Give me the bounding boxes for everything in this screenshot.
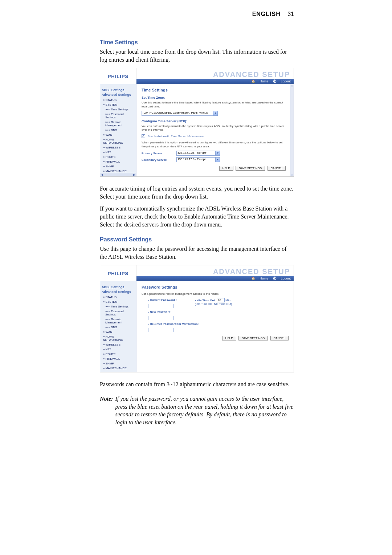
nav-remote-mgmt[interactable]: »»» Remote Management xyxy=(102,317,135,325)
nav-nat[interactable]: » NAT xyxy=(102,347,135,352)
save-settings-button[interactable]: SAVE SETTINGS xyxy=(236,166,265,171)
nav-maintenance[interactable]: » MAINTENANCE xyxy=(102,366,135,371)
scroll-left-icon[interactable]: ◀ xyxy=(101,173,103,176)
time-intro-text: Select your local time zone from the dro… xyxy=(100,48,294,64)
new-password-input[interactable] xyxy=(148,316,173,320)
nav-wireless[interactable]: » WIRELESS xyxy=(102,342,135,347)
primary-server-label: Primary Server: xyxy=(142,152,174,155)
vertical-scrollbar[interactable] xyxy=(290,84,294,176)
sidebar-nav: ADSL Settings Advanced Settings » STATUS… xyxy=(100,84,136,176)
nav-dns[interactable]: »»» DNS xyxy=(102,325,135,330)
current-password-input[interactable] xyxy=(148,304,173,308)
idle-hint: (Idle Time =0 : NO Time Out) xyxy=(195,302,232,306)
set-timezone-desc: Use this setting to insure the time-base… xyxy=(142,101,286,109)
ntp-servers-desc: When you enable this option you will nee… xyxy=(142,141,286,148)
note-label: Note: xyxy=(100,395,113,426)
cancel-button[interactable]: CANCEL xyxy=(270,336,289,340)
philips-logo: PHILIPS xyxy=(100,265,136,281)
enable-ntp-row: Enable Automatic Time Server Maintenance xyxy=(142,134,286,138)
home-link[interactable]: 🏠 Home xyxy=(251,79,269,83)
nav-password-settings[interactable]: »»» Password Settings xyxy=(102,309,135,317)
nav-snmp[interactable]: » SNMP xyxy=(102,164,135,169)
advanced-setup-banner: ADVANCED SETUP xyxy=(136,68,294,79)
ntp-config-label: Configure Time Server (NTP): xyxy=(142,119,286,123)
set-timezone-label: Set Time Zone: xyxy=(142,96,286,99)
section-heading-time: Time Settings xyxy=(100,39,294,46)
nav-wan[interactable]: » WAN xyxy=(102,330,135,334)
help-button[interactable]: HELP xyxy=(222,336,236,340)
nav-time-settings[interactable]: »»» Time Settings xyxy=(102,304,135,309)
philips-logo: PHILIPS xyxy=(100,68,136,84)
password-para-2: Passwords can contain from 3~12 alphanum… xyxy=(100,380,294,388)
reenter-password-input[interactable] xyxy=(148,328,173,332)
password-desc: Set a password to restrict management ac… xyxy=(142,292,289,296)
nav-status[interactable]: » STATUS xyxy=(102,295,135,299)
note-body: If you lost the password, or you cannot … xyxy=(115,395,294,426)
nav-password-settings[interactable]: »»» Password Settings xyxy=(102,112,135,120)
nav-home-networking[interactable]: » HOME NETWORKING xyxy=(102,334,135,342)
sidebar-nav: ADSL Settings Advanced Settings » STATUS… xyxy=(100,281,136,372)
idle-timeout-input[interactable] xyxy=(217,298,225,302)
enable-ntp-label: Enable Automatic Time Server Maintenance xyxy=(148,135,204,138)
screenshot-password-settings: PHILIPS ADVANCED SETUP 🏠 Home ⏻ Logout A… xyxy=(100,265,294,372)
page-header: ENGLISH 31 xyxy=(100,11,294,17)
nav-cat-advanced[interactable]: Advanced Settings xyxy=(102,290,135,294)
note-block: Note: If you lost the password, or you c… xyxy=(100,395,294,426)
chevron-down-icon[interactable]: ▾ xyxy=(213,111,217,115)
new-password-label: New Password: xyxy=(148,310,171,314)
nav-horizontal-scrollbar[interactable]: ◀ ▶ xyxy=(100,173,136,176)
time-para-3: If you want to automatically synchronize… xyxy=(100,205,294,228)
help-button[interactable]: HELP xyxy=(219,166,233,171)
section-heading-password: Password Settings xyxy=(100,236,294,243)
nav-cat-adsl[interactable]: ADSL Settings xyxy=(102,285,135,289)
save-settings-button[interactable]: SAVE SETTINGS xyxy=(238,336,268,340)
scroll-right-icon[interactable]: ▶ xyxy=(133,173,135,176)
page-number: 31 xyxy=(287,11,294,17)
nav-remote-mgmt[interactable]: »»» Remote Management xyxy=(102,120,135,128)
ntp-config-desc: You can automatically maintain the syste… xyxy=(142,125,286,132)
nav-cat-adsl[interactable]: ADSL Settings xyxy=(102,88,135,92)
secondary-server-select[interactable]: 130.149.17.8 - Europe▾ xyxy=(176,157,220,162)
chevron-down-icon[interactable]: ▾ xyxy=(215,158,220,162)
nav-system[interactable]: » SYSTEM xyxy=(102,102,135,107)
top-bar: 🏠 Home ⏻ Logout xyxy=(136,79,294,84)
enable-ntp-checkbox[interactable] xyxy=(142,134,145,138)
timezone-select[interactable]: (GMT+01:00)Brussels, Copenhagen, Paris, … xyxy=(142,111,218,116)
panel-heading-password: Password Settings xyxy=(142,285,289,289)
password-intro-text: Use this page to change the password for… xyxy=(100,245,294,261)
nav-time-settings[interactable]: »»» Time Settings xyxy=(102,107,135,112)
nav-firewall[interactable]: » FIREWALL xyxy=(102,356,135,361)
logout-link[interactable]: ⏻ Logout xyxy=(273,79,291,83)
nav-firewall[interactable]: » FIREWALL xyxy=(102,159,135,164)
nav-home-networking[interactable]: » HOME NETWORKING xyxy=(102,137,135,145)
nav-dns[interactable]: »»» DNS xyxy=(102,128,135,132)
cancel-button[interactable]: CANCEL xyxy=(268,166,286,171)
secondary-server-label: Secondary Server: xyxy=(142,158,174,162)
advanced-setup-banner: ADVANCED SETUP xyxy=(136,265,294,276)
logout-link[interactable]: ⏻ Logout xyxy=(273,277,291,280)
nav-route[interactable]: » ROUTE xyxy=(102,352,135,356)
screenshot-time-settings: PHILIPS ADVANCED SETUP 🏠 Home ⏻ Logout A… xyxy=(100,68,294,177)
nav-wireless[interactable]: » WIRELESS xyxy=(102,145,135,150)
reenter-password-label: Re-Enter Password for Verification: xyxy=(148,322,199,326)
nav-nat[interactable]: » NAT xyxy=(102,150,135,155)
top-bar: 🏠 Home ⏻ Logout xyxy=(136,276,294,281)
primary-server-select[interactable]: 129.132.2.21 - Europe▾ xyxy=(176,151,220,156)
idle-timeout-block: • Idle Time Out: Min (Idle Time =0 : NO … xyxy=(195,298,232,306)
nav-wan[interactable]: » WAN xyxy=(102,132,135,137)
nav-status[interactable]: » STATUS xyxy=(102,98,135,102)
nav-cat-advanced[interactable]: Advanced Settings xyxy=(102,93,135,97)
nav-route[interactable]: » ROUTE xyxy=(102,155,135,159)
nav-system[interactable]: » SYSTEM xyxy=(102,299,135,304)
panel-heading-time: Time Settings xyxy=(142,88,286,92)
language-label: ENGLISH xyxy=(252,11,281,17)
current-password-label: Current Password : xyxy=(148,298,177,302)
home-link[interactable]: 🏠 Home xyxy=(251,277,269,280)
nav-snmp[interactable]: » SNMP xyxy=(102,361,135,366)
time-para-2: For accurate timing of log entries and s… xyxy=(100,185,294,200)
chevron-down-icon[interactable]: ▾ xyxy=(215,151,220,155)
